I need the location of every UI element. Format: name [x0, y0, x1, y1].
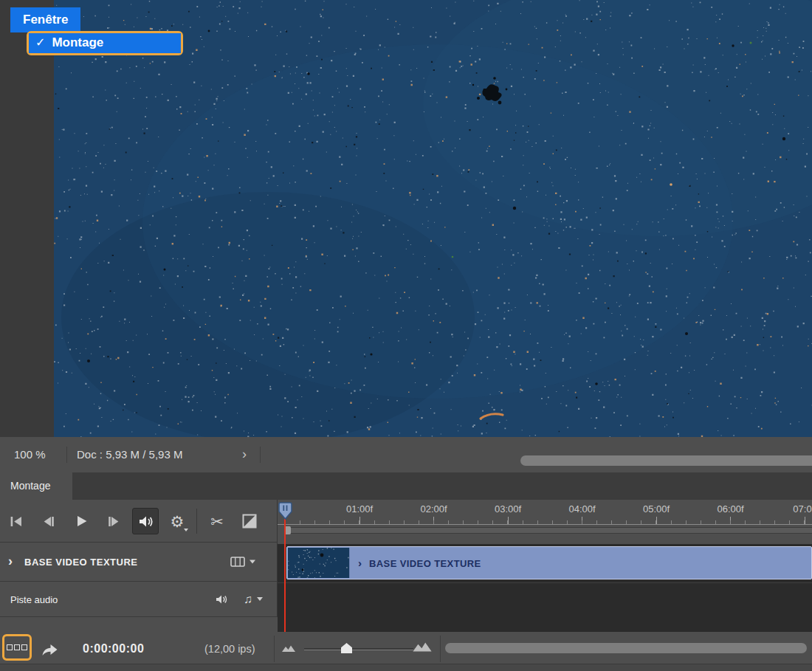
speaker-icon [216, 594, 227, 604]
ruler-label: 01:00f [346, 503, 373, 515]
large-mountain-icon [412, 640, 433, 653]
document-size-info: Doc : 5,93 M / 5,93 M [77, 443, 182, 467]
next-frame-icon [107, 516, 120, 527]
timeline-horizontal-scrollbar[interactable] [445, 643, 807, 653]
next-frame-button[interactable] [100, 508, 127, 534]
ruler-label: 02:00f [420, 503, 447, 515]
video-texture-image [54, 0, 812, 437]
convert-to-frame-animation-button[interactable] [4, 636, 30, 658]
audio-track-header: Piste audio ♫ [0, 582, 278, 617]
transition-icon [242, 514, 257, 529]
divider [440, 636, 441, 662]
clip-label: BASE VIDEO TEXTURE [369, 557, 481, 568]
checkmark-icon: ✓ [35, 37, 45, 49]
status-bar: 100 % Doc : 5,93 M / 5,93 M › [0, 437, 812, 472]
play-icon [75, 515, 88, 527]
document-horizontal-scrollbar[interactable] [520, 455, 812, 466]
ruler-label: 03:00f [495, 503, 521, 515]
video-clip[interactable]: › BASE VIDEO TEXTURE [286, 546, 812, 579]
transition-button[interactable] [236, 508, 263, 534]
scissors-icon: ✂ [210, 514, 224, 529]
frame-square-icon [21, 644, 27, 650]
gear-icon: ⚙ [171, 514, 185, 529]
filmstrip-icon [230, 557, 245, 568]
audio-track-label: Piste audio [10, 593, 58, 605]
divider [278, 582, 812, 583]
menubar-item-fenetre[interactable]: Fenêtre [10, 7, 80, 32]
video-track-header: › BASE VIDEO TEXTURE [0, 543, 278, 582]
timeline-ruler[interactable]: 01:00f 02:00f 03:00f 04:00f 05:00f 06:00… [278, 500, 812, 544]
divider [260, 447, 261, 463]
timeline-panel-tabbar: Montage [0, 472, 812, 500]
tab-montage[interactable]: Montage [0, 472, 72, 500]
zoom-out-button[interactable] [280, 642, 297, 654]
playhead-line [284, 517, 286, 632]
speaker-icon [138, 515, 154, 528]
menu-item-label: Montage [52, 35, 103, 50]
render-export-button[interactable] [38, 639, 61, 658]
video-track-label: BASE VIDEO TEXTURE [24, 557, 137, 568]
previous-frame-button[interactable] [35, 508, 62, 534]
audio-track-options-button[interactable]: ♫ [244, 593, 263, 605]
ruler-label: 07:0 [793, 503, 811, 515]
tab-label: Montage [10, 480, 50, 492]
clip-thumbnail [288, 548, 350, 578]
document-canvas[interactable] [54, 0, 812, 437]
first-frame-icon [10, 516, 23, 527]
split-clip-button[interactable]: ✂ [204, 508, 230, 534]
frame-square-icon [7, 644, 13, 650]
menu-item-montage[interactable]: ✓ Montage [29, 33, 181, 53]
pasteboard [0, 0, 54, 437]
chevron-down-icon [250, 560, 255, 564]
menu-label: Fenêtre [23, 13, 68, 27]
current-time-display[interactable]: 0:00:00:00 [83, 635, 144, 663]
divider [196, 509, 197, 534]
export-arrow-icon [40, 641, 59, 657]
chevron-down-icon [184, 529, 188, 531]
divider [66, 447, 67, 463]
divider [278, 524, 812, 525]
track-expand-chevron-icon[interactable]: › [8, 554, 13, 569]
annotation-highlight-frames-button [2, 634, 32, 661]
clip-expand-chevron-icon[interactable]: › [358, 557, 362, 569]
ruler-label: 05:00f [643, 503, 670, 515]
video-track-options-button[interactable] [230, 557, 255, 568]
frame-square-icon [14, 644, 20, 650]
play-button[interactable] [68, 508, 94, 534]
first-frame-button[interactable] [3, 508, 30, 534]
panel-bottom-edge [0, 664, 812, 671]
zoom-level-field[interactable]: 100 % [14, 443, 46, 467]
timeline-tracks-area: › BASE VIDEO TEXTURE [278, 544, 812, 632]
photoshop-app: Fenêtre ✓ Montage 100 % Doc : 5,93 M / 5… [0, 0, 812, 671]
timeline-zoom-slider[interactable] [304, 648, 413, 650]
divider [274, 636, 275, 662]
ruler-label: 06:00f [717, 503, 743, 515]
ruler-label: 04:00f [568, 503, 595, 515]
timeline-settings-button[interactable]: ⚙ [164, 508, 190, 534]
previous-frame-icon [42, 516, 55, 527]
status-popup-chevron-icon[interactable]: › [242, 442, 247, 466]
timeline-toolbar: ⚙ ✂ [0, 500, 278, 543]
audio-mute-toggle-button[interactable] [132, 508, 159, 534]
timeline-zoom-slider-thumb[interactable] [341, 643, 352, 653]
audio-mute-button[interactable] [216, 594, 227, 604]
work-area-bar[interactable] [284, 527, 812, 534]
playhead[interactable] [278, 502, 292, 520]
framerate-display: (12,00 ips) [204, 635, 255, 663]
music-note-icon: ♫ [244, 593, 252, 605]
zoom-in-button[interactable] [410, 639, 434, 653]
annotation-highlight-montage: ✓ Montage [27, 31, 183, 55]
small-mountain-icon [281, 644, 296, 653]
chevron-down-icon [257, 597, 263, 601]
